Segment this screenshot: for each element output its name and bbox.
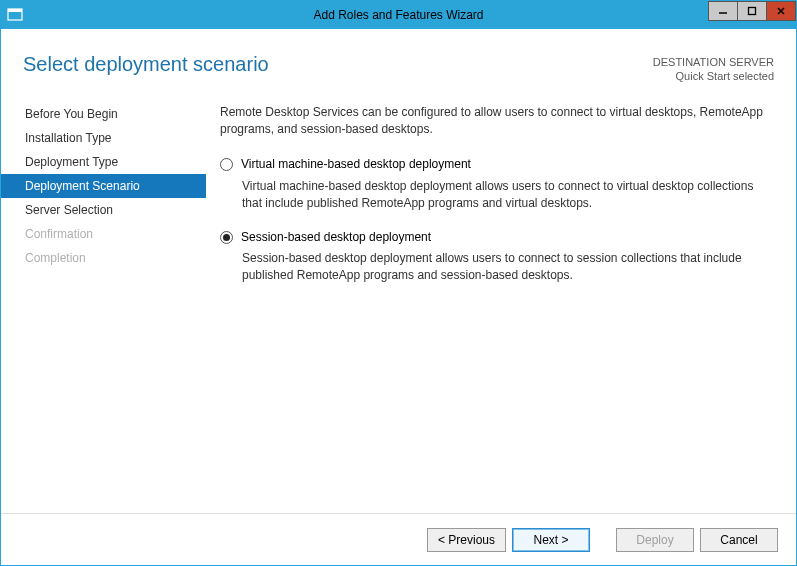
sidebar-item-installation-type[interactable]: Installation Type xyxy=(1,126,206,150)
svg-rect-3 xyxy=(749,8,756,15)
sidebar-item-before-you-begin[interactable]: Before You Begin xyxy=(1,102,206,126)
sidebar-item-deployment-type[interactable]: Deployment Type xyxy=(1,150,206,174)
destination-block: DESTINATION SERVER Quick Start selected xyxy=(653,55,774,84)
content: Remote Desktop Services can be configure… xyxy=(206,92,774,513)
minimize-button[interactable] xyxy=(708,1,738,21)
svg-rect-1 xyxy=(8,9,22,12)
sidebar-item-server-selection[interactable]: Server Selection xyxy=(1,198,206,222)
client-area: Select deployment scenario DESTINATION S… xyxy=(1,29,796,565)
sidebar-item-completion: Completion xyxy=(1,246,206,270)
close-button[interactable] xyxy=(766,1,796,21)
window-title: Add Roles and Features Wizard xyxy=(1,8,796,22)
wizard-window: Add Roles and Features Wizard Select dep… xyxy=(0,0,797,566)
window-controls xyxy=(709,1,796,21)
option-vm-description: Virtual machine-based desktop deployment… xyxy=(242,178,772,213)
next-button[interactable]: Next > xyxy=(512,528,590,552)
option-vm[interactable]: Virtual machine-based desktop deployment xyxy=(220,156,774,173)
option-session[interactable]: Session-based desktop deployment xyxy=(220,229,774,246)
main-row: Before You Begin Installation Type Deplo… xyxy=(1,92,796,513)
header: Select deployment scenario DESTINATION S… xyxy=(1,29,796,92)
titlebar: Add Roles and Features Wizard xyxy=(1,1,796,29)
footer: < Previous Next > Deploy Cancel xyxy=(1,513,796,565)
destination-value: Quick Start selected xyxy=(653,69,774,83)
app-icon xyxy=(7,7,23,23)
option-session-description: Session-based desktop deployment allows … xyxy=(242,250,772,285)
destination-label: DESTINATION SERVER xyxy=(653,55,774,69)
option-vm-label: Virtual machine-based desktop deployment xyxy=(241,156,471,173)
deploy-button: Deploy xyxy=(616,528,694,552)
sidebar-item-confirmation: Confirmation xyxy=(1,222,206,246)
page-title: Select deployment scenario xyxy=(23,53,653,76)
sidebar-item-deployment-scenario[interactable]: Deployment Scenario xyxy=(1,174,206,198)
previous-button[interactable]: < Previous xyxy=(427,528,506,552)
option-session-label: Session-based desktop deployment xyxy=(241,229,431,246)
radio-session[interactable] xyxy=(220,231,233,244)
cancel-button[interactable]: Cancel xyxy=(700,528,778,552)
maximize-button[interactable] xyxy=(737,1,767,21)
intro-text: Remote Desktop Services can be configure… xyxy=(220,104,774,139)
sidebar: Before You Begin Installation Type Deplo… xyxy=(1,92,206,513)
radio-vm[interactable] xyxy=(220,158,233,171)
